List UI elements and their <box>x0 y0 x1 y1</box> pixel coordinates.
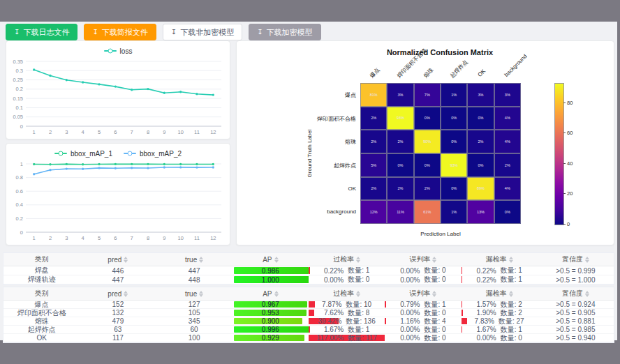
sort-icon[interactable] <box>124 291 128 297</box>
cm-column-label: OK <box>476 68 487 78</box>
rate-percent: 0.00% <box>400 309 420 317</box>
sort-icon[interactable] <box>356 257 360 263</box>
sort-icon[interactable] <box>274 257 279 263</box>
column-header-pred[interactable]: pred <box>80 256 156 264</box>
rate-count: 数量: 0 <box>501 334 522 342</box>
cm-cell: 3% <box>467 83 494 107</box>
cm-cell: 90% <box>414 130 441 153</box>
svg-text:0.2: 0.2 <box>16 86 23 92</box>
column-header-误判率[interactable]: 误判率 <box>385 289 461 298</box>
rate-percent: 0.22% <box>324 267 344 275</box>
column-header-误判率[interactable]: 误判率 <box>385 255 461 264</box>
sort-icon[interactable] <box>356 291 360 297</box>
cm-cell: 1% <box>441 200 467 224</box>
over-detect-cell: 1.67%数量: 1 <box>309 326 385 333</box>
sort-icon[interactable] <box>199 257 203 263</box>
column-header-AP[interactable]: AP <box>232 256 309 264</box>
misjudge-cell: 0.00%数量: 0 <box>385 309 461 317</box>
sort-icon[interactable] <box>432 257 436 263</box>
over-detect-cell: 7.87%数量: 10 <box>309 301 385 308</box>
column-header-label: pred <box>108 290 121 298</box>
true-cell: 100 <box>156 334 232 342</box>
download-report-button[interactable]: ↧ 下载简报文件 <box>84 24 156 40</box>
overview-metrics-table: 类别predtrueAP过检率误判率漏检率置信度焊盘4464470.9860.2… <box>3 252 614 285</box>
rate-count: 数量: 4 <box>424 317 445 325</box>
column-header-pred[interactable]: pred <box>80 290 156 298</box>
loss-chart-legend: loss <box>6 41 230 57</box>
svg-text:5: 5 <box>98 235 101 241</box>
confidence-cell: >0.5 = 0.940 <box>538 334 614 342</box>
svg-text:7: 7 <box>131 129 133 135</box>
sort-icon[interactable] <box>432 291 436 297</box>
legend-item-bbox_mAP_2[interactable]: bbox_mAP_2 <box>124 150 182 158</box>
sort-icon[interactable] <box>585 291 589 297</box>
loss-chart-card: loss 00.050.10.150.20.250.30.35123456789… <box>6 40 230 139</box>
pred-cell: 446 <box>80 266 156 275</box>
ap-cell: 0.929 <box>232 334 309 342</box>
svg-text:11: 11 <box>194 129 200 135</box>
download-unencrypted-model-button[interactable]: ↧ 下载非加密模型 <box>163 24 242 40</box>
legend-label: bbox_mAP_2 <box>140 150 182 158</box>
column-header-漏检率[interactable]: 漏检率 <box>462 255 538 264</box>
rate-count: 数量: 0 <box>348 275 369 284</box>
sort-icon[interactable] <box>585 257 589 263</box>
true-cell: 345 <box>156 317 232 325</box>
column-header-漏检率[interactable]: 漏检率 <box>462 289 538 298</box>
download-icon: ↧ <box>171 29 177 36</box>
rate-bar <box>309 301 315 308</box>
colorbar-tick-label: 80 <box>567 100 573 106</box>
column-header-置信度[interactable]: 置信度 <box>538 289 614 298</box>
legend-item-loss[interactable]: loss <box>104 47 133 55</box>
loss-line-chart[interactable]: 00.050.10.150.20.250.30.3512345678910111… <box>6 57 228 137</box>
svg-text:9: 9 <box>163 129 165 135</box>
svg-text:12: 12 <box>210 235 216 241</box>
rate-percent: 1.57% <box>476 301 496 308</box>
cm-cell: 4% <box>494 107 521 130</box>
column-header-AP[interactable]: AP <box>232 290 309 298</box>
rate-bar <box>462 267 463 274</box>
table-row: 焊缝轨迹4474481.0000.00%数量: 00.00%数量: 00.22%… <box>3 275 614 285</box>
column-header-true[interactable]: true <box>156 290 232 298</box>
svg-text:1: 1 <box>20 161 23 167</box>
rate-percent: 7.83% <box>475 317 494 325</box>
rate-count: 数量: 1 <box>501 275 522 284</box>
miss-detect-cell: 1.67%数量: 1 <box>462 326 538 333</box>
rate-percent: 0.00% <box>400 267 420 275</box>
sort-icon[interactable] <box>274 291 279 297</box>
rate-count: 数量: 0 <box>424 309 445 317</box>
rate-percent: 7.87% <box>322 301 341 308</box>
over-detect-cell: 7.62%数量: 8 <box>309 309 385 317</box>
sort-icon[interactable] <box>509 291 513 297</box>
confusion-matrix-plot: 81%3%7%1%3%3%爆点2%93%0%0%0%4%焊印面积不合格2%2%9… <box>360 83 521 224</box>
legend-item-bbox_mAP_1[interactable]: bbox_mAP_1 <box>54 150 112 158</box>
sort-icon[interactable] <box>124 257 128 263</box>
svg-text:0.35: 0.35 <box>13 59 23 65</box>
cm-cell: 2% <box>387 177 413 201</box>
miss-detect-cell: 0.00%数量: 0 <box>462 334 538 342</box>
download-log-button[interactable]: ↧ 下载日志文件 <box>6 24 78 40</box>
true-cell: 60 <box>156 326 232 333</box>
misjudge-cell: 0.79%数量: 1 <box>385 301 461 308</box>
column-header-置信度[interactable]: 置信度 <box>538 255 614 264</box>
column-header-true[interactable]: true <box>156 256 232 264</box>
svg-text:0.1: 0.1 <box>16 105 23 111</box>
column-header-过检率[interactable]: 过检率 <box>309 289 385 298</box>
column-header-过检率[interactable]: 过检率 <box>309 255 385 264</box>
sort-icon[interactable] <box>509 257 513 263</box>
cm-cell: 13% <box>467 200 494 224</box>
svg-text:8: 8 <box>147 235 149 241</box>
cm-cell: 93% <box>441 153 467 177</box>
pred-cell: 479 <box>80 317 156 325</box>
rate-count: 数量: 2 <box>501 309 522 317</box>
download-encrypted-model-button[interactable]: ↧ 下载加密模型 <box>249 24 320 40</box>
colorbar-tick <box>563 193 566 194</box>
cm-cell: 0% <box>441 177 467 201</box>
pred-cell: 132 <box>80 309 156 317</box>
class-name-cell: OK <box>3 334 80 342</box>
rate-bar <box>309 267 310 274</box>
table-row: 熔珠4793450.90039.42%数量: 1361.16%数量: 47.83… <box>3 317 614 326</box>
sort-icon[interactable] <box>199 291 203 297</box>
map-line-chart[interactable]: 00.20.40.60.81123456789101112 <box>6 160 228 243</box>
rate-count: 数量: 1 <box>348 266 369 275</box>
rate-percent: 39.42% <box>318 317 342 325</box>
